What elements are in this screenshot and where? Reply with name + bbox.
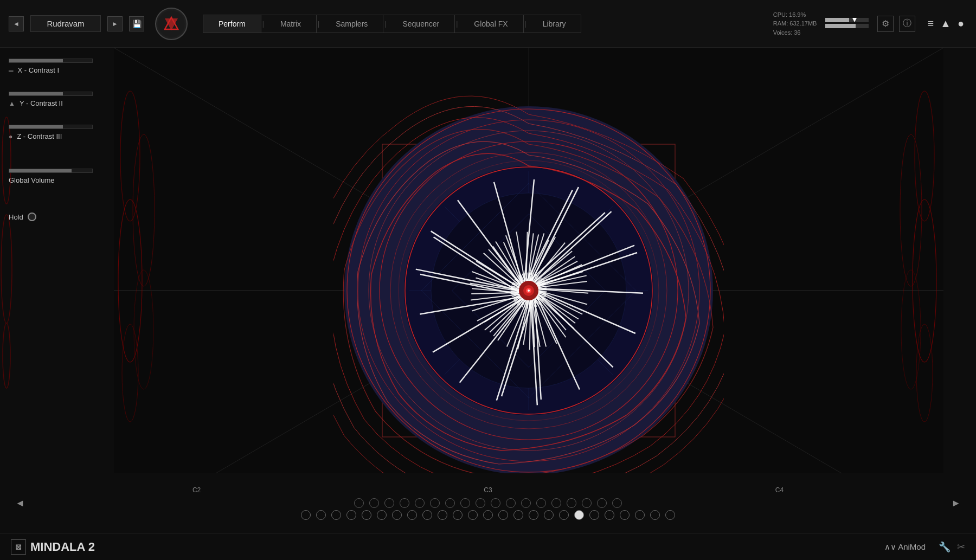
ram-meter-fill — [825, 24, 856, 28]
keyboard-black-key-2[interactable] — [384, 498, 394, 508]
settings-icon[interactable]: ⚙ — [877, 16, 894, 32]
keyboard-white-key-20[interactable] — [605, 510, 614, 520]
global-volume-label: Global Volume — [9, 176, 105, 184]
keyboard-white-key-24[interactable] — [665, 510, 675, 520]
y-contrast-slider[interactable] — [9, 92, 93, 96]
cpu-ram-display: CPU: 16.9% RAM: 632.17MB Voices: 36 — [773, 10, 817, 37]
tab-matrix[interactable]: Matrix — [265, 15, 317, 33]
keyboard-white-key-19[interactable] — [589, 510, 599, 520]
preset-name-display[interactable]: Rudravam — [30, 15, 101, 32]
top-bar: ◄ Rudravam ► 💾 Perform | Matrix | Sample… — [0, 0, 976, 48]
z-contrast-control: ● Z - Contrast III — [9, 125, 105, 149]
keyboard-black-key-10[interactable] — [506, 498, 516, 508]
mandala-display[interactable]: // This will be done via explicit path e… — [333, 95, 724, 486]
keyboard-white-key-17[interactable] — [559, 510, 569, 520]
global-volume-control: Global Volume — [9, 169, 105, 193]
keyboard-white-key-6[interactable] — [392, 510, 402, 520]
z-contrast-label: ● Z - Contrast III — [9, 132, 105, 140]
keyboard-white-key-13[interactable] — [498, 510, 508, 520]
meters — [825, 18, 869, 30]
keyboard-black-key-3[interactable] — [400, 498, 409, 508]
keyboard-white-key-15[interactable] — [529, 510, 538, 520]
y-contrast-label: ▲ Y - Contrast II — [9, 99, 105, 107]
svg-point-4 — [3, 323, 10, 388]
keyboard-black-key-8[interactable] — [476, 498, 485, 508]
x-contrast-label: ═ X - Contrast I — [9, 66, 105, 74]
hold-button[interactable] — [28, 213, 36, 221]
global-volume-slider[interactable] — [9, 169, 93, 173]
tab-library[interactable]: Library — [528, 15, 581, 33]
keyboard-white-key-0[interactable] — [301, 510, 311, 520]
voices-label: Voices: 36 — [773, 28, 817, 37]
z-contrast-slider[interactable] — [9, 125, 93, 129]
keyboard-white-key-8[interactable] — [422, 510, 432, 520]
brand-circle-icon: ● — [954, 15, 967, 32]
keyboard-white-key-1[interactable] — [316, 510, 326, 520]
label-c4: C4 — [775, 486, 784, 494]
keyboard-white-key-5[interactable] — [377, 510, 387, 520]
keyboard-black-key-6[interactable] — [445, 498, 455, 508]
keyboard-white-key-10[interactable] — [453, 510, 463, 520]
y-contrast-fill — [9, 92, 63, 95]
keyboard-white-key-14[interactable] — [513, 510, 523, 520]
keyboard-right-arrow[interactable]: ► — [947, 493, 965, 513]
keyboard-white-key-2[interactable] — [331, 510, 341, 520]
keyboard-black-key-11[interactable] — [521, 498, 531, 508]
keyboard-black-key-0[interactable] — [354, 498, 364, 508]
nav-tabs: Perform | Matrix | Samplers | Sequencer … — [203, 15, 581, 33]
save-button[interactable]: 💾 — [129, 16, 144, 31]
keyboard-white-key-3[interactable] — [346, 510, 356, 520]
x-contrast-control: ═ X - Contrast I — [9, 59, 105, 83]
x-contrast-slider[interactable] — [9, 59, 93, 63]
keyboard-bar: ◄ C2 C3 C4 ► — [0, 473, 976, 533]
keyboard-black-key-14[interactable] — [567, 498, 576, 508]
system-info: CPU: 16.9% RAM: 632.17MB Voices: 36 ⚙ ⓘ … — [773, 10, 967, 37]
svg-point-175 — [528, 289, 530, 292]
hold-control: Hold — [9, 213, 105, 221]
animod-display: ∧∨ AniMod 🔧 ✂ — [884, 541, 965, 553]
tab-samplers[interactable]: Samplers — [320, 15, 383, 33]
nav-prev-button[interactable]: ◄ — [9, 16, 24, 31]
keyboard-black-key-12[interactable] — [536, 498, 546, 508]
keyboard-white-key-12[interactable] — [483, 510, 493, 520]
keyboard-white-key-18[interactable] — [574, 510, 584, 520]
keyboard-white-key-7[interactable] — [407, 510, 417, 520]
wrench-icon[interactable]: 🔧 — [939, 541, 951, 553]
meter-arrow — [852, 18, 857, 22]
keyboard-white-key-23[interactable] — [650, 510, 660, 520]
keyboard-white-key-4[interactable] — [362, 510, 371, 520]
scissors-icon[interactable]: ✂ — [957, 541, 965, 553]
keyboard-black-key-5[interactable] — [430, 498, 440, 508]
keyboard-white-key-9[interactable] — [438, 510, 447, 520]
tab-sequencer[interactable]: Sequencer — [387, 15, 455, 33]
keyboard-white-key-11[interactable] — [468, 510, 478, 520]
animod-label-text: ∧∨ AniMod — [884, 542, 926, 552]
label-c3: C3 — [484, 486, 492, 494]
left-deco-wave — [0, 95, 14, 421]
keyboard-black-key-4[interactable] — [415, 498, 425, 508]
cpu-meter-fill — [825, 18, 849, 22]
keyboard-white-key-16[interactable] — [544, 510, 554, 520]
keyboard-black-key-7[interactable] — [460, 498, 470, 508]
tab-perform[interactable]: Perform — [203, 15, 261, 33]
keyboard-white-key-22[interactable] — [635, 510, 645, 520]
keyboard-black-key-9[interactable] — [491, 498, 500, 508]
ram-meter — [825, 24, 869, 28]
keyboard-black-key-16[interactable] — [597, 498, 607, 508]
keyboard-black-key-15[interactable] — [582, 498, 592, 508]
keyboard-black-key-13[interactable] — [551, 498, 561, 508]
info-icon[interactable]: ⓘ — [899, 16, 915, 32]
keyboard-left-arrow[interactable]: ◄ — [11, 493, 29, 513]
keyboard-notes-area: C2 C3 C4 — [29, 486, 947, 520]
nav-next-button[interactable]: ► — [107, 16, 123, 31]
keyboard-note-labels: C2 C3 C4 — [29, 486, 947, 494]
keyboard-white-key-21[interactable] — [620, 510, 630, 520]
keyboard-black-key-17[interactable] — [612, 498, 622, 508]
svg-point-9 — [122, 324, 138, 422]
keyboard-bottom-row — [301, 510, 675, 520]
brand-lines-icon: ≡ — [924, 15, 937, 32]
label-c2: C2 — [192, 486, 201, 494]
svg-point-14 — [916, 324, 933, 422]
keyboard-black-key-1[interactable] — [369, 498, 379, 508]
tab-globalfx[interactable]: Global FX — [459, 15, 523, 33]
